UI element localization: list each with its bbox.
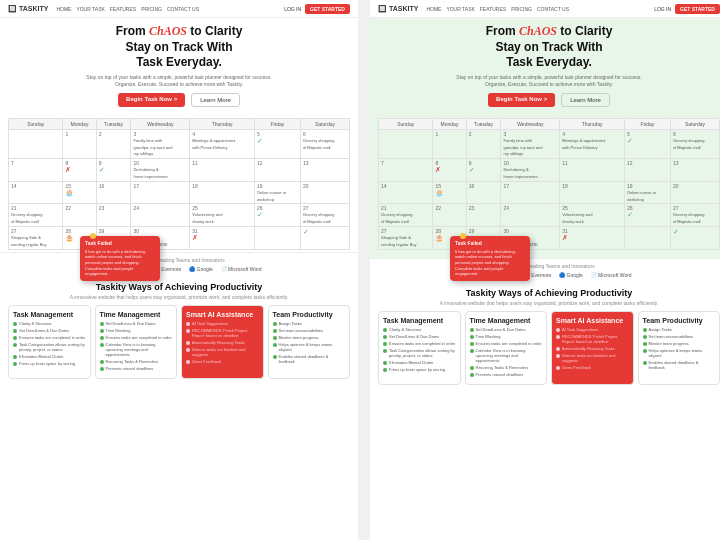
cell: 3Family time withgrandpa, my aunt andmy … bbox=[501, 129, 560, 158]
cell: 23 bbox=[466, 204, 501, 227]
nav-contact-r[interactable]: CONTACT US bbox=[537, 6, 569, 12]
col-sunday-r: Sunday bbox=[379, 118, 433, 129]
cell: 1 bbox=[433, 129, 466, 158]
cell bbox=[624, 226, 670, 249]
cell: 12 bbox=[254, 159, 300, 182]
learn-more-btn-left[interactable]: Learn More bbox=[191, 93, 240, 107]
card-title-task-r: Task Management bbox=[383, 317, 456, 324]
card-item: Assign Tasks bbox=[643, 327, 716, 332]
cell: 10Decluttering &home improvement bbox=[501, 159, 560, 182]
cell: 9✓ bbox=[466, 159, 501, 182]
hero-buttons-left: Begin Task Now > Learn More bbox=[20, 93, 338, 107]
learn-more-btn-right[interactable]: Learn More bbox=[561, 93, 610, 107]
card-item: Detects tasks not finished and suggests bbox=[556, 353, 629, 363]
card-item: Prevents missed deadlines bbox=[100, 366, 173, 371]
card-team-r: Team Productivity Assign Tasks Set team … bbox=[638, 311, 721, 385]
nav-features[interactable]: FEATURES bbox=[110, 6, 136, 12]
cell: 31✗ bbox=[190, 226, 255, 249]
col-monday-r: Monday bbox=[433, 118, 466, 129]
cell bbox=[379, 129, 433, 158]
cell bbox=[9, 129, 63, 158]
cell: 7 bbox=[379, 159, 433, 182]
nav-pricing-r[interactable]: PRICING bbox=[511, 6, 532, 12]
card-item: Helps optimize & keeps teams aligned bbox=[643, 348, 716, 358]
cell: 3Family time withgrandpa, my aunt andmy … bbox=[131, 129, 190, 158]
card-ai: Smart AI Assistance AI Task Suggestions … bbox=[181, 305, 264, 379]
cell: 13 bbox=[670, 159, 719, 182]
card-item: Task Categorization allows sorting by pr… bbox=[13, 342, 86, 352]
left-panel: 🔲 TASKITY HOME YOUR TASK FEATURES PRICIN… bbox=[0, 0, 358, 540]
nav-cta-right[interactable]: GET STARTED bbox=[675, 4, 720, 14]
card-item: Set DeadLines & Due Dates bbox=[383, 334, 456, 339]
cell: 18 bbox=[190, 181, 255, 204]
card-item: Ensures tasks are completed in order bbox=[470, 341, 543, 346]
calendar-left: Sunday Monday Tuesday Wednesday Thursday… bbox=[0, 116, 358, 252]
col-wednesday-r: Wednesday bbox=[501, 118, 560, 129]
logo-google: 🔵 Google bbox=[189, 266, 213, 272]
card-item: Gives Feedback bbox=[556, 365, 629, 370]
nav-actions-left: LOG IN GET STARTED bbox=[284, 4, 350, 14]
nav-pricing[interactable]: PRICING bbox=[141, 6, 162, 12]
nav-features-r[interactable]: FEATURES bbox=[480, 6, 506, 12]
hero-left: From ChAOS to Clarity Stay on Track With… bbox=[0, 18, 358, 116]
card-item: Frees up brain space by storing bbox=[13, 361, 86, 366]
nav-contact[interactable]: CONTACT US bbox=[167, 6, 199, 12]
nav-home[interactable]: HOME bbox=[56, 6, 71, 12]
col-tuesday-r: Tuesday bbox=[466, 118, 501, 129]
table-row: 27Shopping Sale &sending regular Buy 28🎂… bbox=[9, 226, 350, 249]
cell: 1 bbox=[63, 129, 96, 158]
card-item: Set DeadLines & Due Dates bbox=[100, 321, 173, 326]
nav-cta-left[interactable]: GET STARTED bbox=[305, 4, 350, 14]
hero-buttons-right: Begin Task Now > Learn More bbox=[390, 93, 708, 107]
cards-row-right: Task Management Clarity & Structure Set … bbox=[378, 311, 720, 385]
nav-home-r[interactable]: HOME bbox=[426, 6, 441, 12]
cell: 27Grocery shoppingof Majestic mall bbox=[670, 204, 719, 227]
card-task-mgmt-r: Task Management Clarity & Structure Set … bbox=[378, 311, 461, 385]
cell: 26✓ bbox=[624, 204, 670, 227]
table-row: 1 2 3Family time withgrandpa, my aunt an… bbox=[9, 129, 350, 158]
cell: 27Shopping Sale &sending regular Buy bbox=[379, 226, 433, 249]
nav-right: 🔲 TASKITY HOME YOUR TASK FEATURES PRICIN… bbox=[370, 0, 720, 18]
cell: 27Grocery shoppingof Majestic mall bbox=[300, 204, 349, 227]
hero-title-left: From ChAOS to Clarity Stay on Track With… bbox=[20, 24, 338, 71]
card-item: Clarity & Structure bbox=[13, 321, 86, 326]
cell: 9✓ bbox=[96, 159, 131, 182]
nav-login-right[interactable]: LOG IN bbox=[654, 6, 671, 12]
nav-your-task-r[interactable]: YOUR TASK bbox=[446, 6, 474, 12]
right-panel: 🔲 TASKITY HOME YOUR TASK FEATURES PRICIN… bbox=[370, 0, 720, 540]
card-time-mgmt-r: Time Management Set DeadLines & Due Date… bbox=[465, 311, 548, 385]
col-saturday-r: Saturday bbox=[670, 118, 719, 129]
cell: 24 bbox=[501, 204, 560, 227]
trusted-right: Trusted by leading Teams and Innovators … bbox=[370, 258, 720, 282]
cell: 20 bbox=[300, 181, 349, 204]
table-row: 21Grocery shoppingof Majestic mall 22 23… bbox=[379, 204, 720, 227]
nav-login-left[interactable]: LOG IN bbox=[284, 6, 301, 12]
calendar-table-left: Sunday Monday Tuesday Wednesday Thursday… bbox=[8, 118, 350, 250]
card-item: Set DeadLines & Due Dates bbox=[470, 327, 543, 332]
begin-task-btn-right[interactable]: Begin Task Now > bbox=[488, 93, 555, 107]
cell: 18 bbox=[560, 181, 625, 204]
cell: 13 bbox=[300, 159, 349, 182]
cell: 20 bbox=[670, 181, 719, 204]
table-row: 14 15🧁 16 17 18 19Online course orworksh… bbox=[9, 181, 350, 204]
cell: 14 bbox=[9, 181, 63, 204]
nav-actions-right: LOG IN GET STARTED bbox=[654, 4, 720, 14]
cell: 25Volunteering andcharity work bbox=[190, 204, 255, 227]
col-thursday-r: Thursday bbox=[560, 118, 625, 129]
cell: 21Grocery shoppingof Majestic mall bbox=[9, 204, 63, 227]
logo-msword: 📄 Microsoft Word bbox=[221, 266, 262, 272]
cell: 17 bbox=[501, 181, 560, 204]
begin-task-btn-left[interactable]: Begin Task Now > bbox=[118, 93, 185, 107]
card-item: Monitor team progress bbox=[273, 335, 346, 340]
card-item: AI Task Suggestions bbox=[186, 321, 259, 326]
card-item: Monitor team progress bbox=[643, 341, 716, 346]
cell: 5✓ bbox=[254, 129, 300, 158]
cell: 12 bbox=[624, 159, 670, 182]
card-item: Eliminates Mental Clutter bbox=[13, 354, 86, 359]
nav-your-task[interactable]: YOUR TASK bbox=[76, 6, 104, 12]
card-item: Set team accountabilities bbox=[273, 328, 346, 333]
card-title-ai: Smart AI Assistance bbox=[186, 311, 259, 318]
card-item: Set DeadLines & Due Dates bbox=[13, 328, 86, 333]
trusted-left: Trusted by leading Teams and Innovators … bbox=[0, 252, 358, 276]
col-tuesday: Tuesday bbox=[96, 118, 131, 129]
